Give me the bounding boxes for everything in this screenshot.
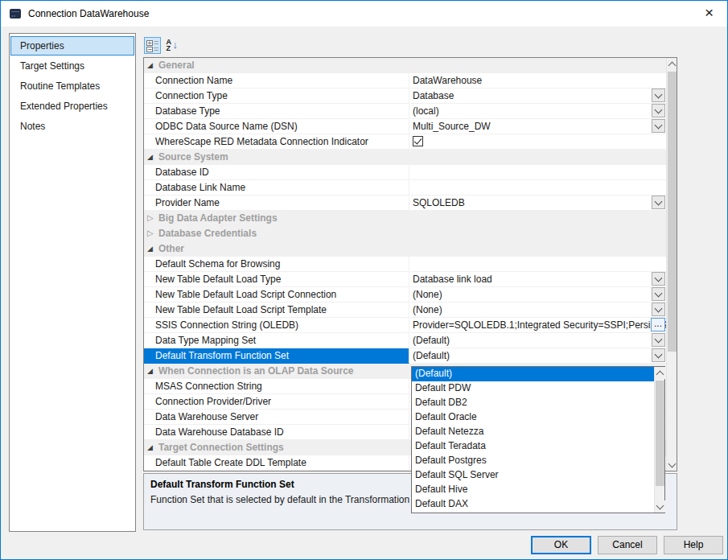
property-name[interactable]: Database ID bbox=[144, 165, 409, 180]
property-value[interactable]: DataWarehouse bbox=[410, 73, 666, 89]
checkbox[interactable] bbox=[413, 136, 423, 146]
combo-dropdown-button[interactable] bbox=[652, 333, 665, 347]
help-button[interactable]: Help bbox=[664, 536, 723, 554]
combo-dropdown-button[interactable] bbox=[652, 287, 665, 301]
combo-dropdown-button[interactable] bbox=[652, 104, 665, 117]
dropdown-item-default-dax[interactable]: Default DAX bbox=[412, 497, 654, 512]
property-row-provider-name[interactable]: Provider NameSQLOLEDB bbox=[144, 196, 666, 211]
property-name[interactable]: Connection Name bbox=[144, 73, 409, 89]
category-row-big-data-adapter-settings[interactable]: ▷Big Data Adapter Settings bbox=[144, 211, 666, 226]
property-row-new-table-default-load-type[interactable]: New Table Default Load TypeDatabase link… bbox=[144, 272, 666, 287]
dropdown-item-default-sql-server[interactable]: Default SQL Server bbox=[412, 468, 654, 483]
property-value[interactable]: Database link load bbox=[410, 272, 666, 287]
property-row-connection-name[interactable]: Connection NameDataWarehouse bbox=[144, 73, 666, 89]
combo-dropdown-button[interactable] bbox=[652, 272, 665, 286]
property-name[interactable]: Default Transform Function Set bbox=[144, 348, 409, 364]
dropdown-scrollbar-thumb[interactable] bbox=[656, 381, 664, 486]
scroll-up-icon[interactable] bbox=[667, 58, 677, 70]
property-value[interactable]: Database bbox=[410, 89, 666, 104]
property-value[interactable] bbox=[410, 134, 666, 150]
dropdown-scrollbar[interactable] bbox=[654, 367, 664, 513]
cancel-button[interactable]: Cancel bbox=[598, 536, 657, 554]
combo-dropdown-button[interactable] bbox=[652, 196, 665, 209]
property-value[interactable]: (Default) bbox=[410, 333, 666, 348]
property-name[interactable]: New Table Default Load Script Connection bbox=[144, 287, 409, 303]
property-value[interactable]: (None) bbox=[410, 303, 666, 318]
grid-scrollbar[interactable] bbox=[666, 58, 677, 471]
property-name[interactable]: SSIS Connection String (OLEDB) bbox=[144, 318, 409, 333]
scroll-down-icon[interactable] bbox=[667, 459, 677, 471]
dropdown-item-default-teradata[interactable]: Default Teradata bbox=[412, 439, 654, 454]
ok-button[interactable]: OK bbox=[531, 536, 591, 554]
dropdown-item-default-netezza[interactable]: Default Netezza bbox=[412, 425, 654, 439]
property-name[interactable]: Provider Name bbox=[144, 196, 409, 211]
combo-dropdown-button[interactable] bbox=[652, 303, 665, 316]
sidebar-item-target-settings[interactable]: Target Settings bbox=[10, 56, 134, 76]
property-value[interactable] bbox=[410, 180, 666, 196]
alphabetical-sort-icon[interactable]: A Z ↓ bbox=[164, 37, 181, 54]
property-row-new-table-default-load-script-connection[interactable]: New Table Default Load Script Connection… bbox=[144, 287, 666, 303]
property-name[interactable]: WhereScape RED Metadata Connection Indic… bbox=[144, 134, 409, 150]
expander-expanded-icon[interactable]: ◢ bbox=[147, 241, 157, 256]
dropdown-item-default-postgres[interactable]: Default Postgres bbox=[412, 454, 654, 468]
property-value[interactable] bbox=[410, 257, 666, 272]
property-name[interactable]: Database Link Name bbox=[144, 180, 409, 196]
dropdown-item-default-pdw[interactable]: Default PDW bbox=[412, 381, 654, 396]
property-row-data-type-mapping-set[interactable]: Data Type Mapping Set(Default) bbox=[144, 333, 666, 348]
category-row-other[interactable]: ◢Other bbox=[144, 241, 666, 257]
property-name[interactable]: Default Schema for Browsing bbox=[144, 257, 409, 272]
grid-scrollbar-thumb[interactable] bbox=[668, 72, 677, 352]
property-row-connection-type[interactable]: Connection TypeDatabase bbox=[144, 89, 666, 104]
property-name[interactable]: Connection Provider/Driver bbox=[144, 394, 409, 410]
dropdown-scroll-up-icon[interactable] bbox=[655, 367, 665, 379]
property-value[interactable]: (None) bbox=[410, 287, 666, 303]
category-row-database-credentials[interactable]: ▷Database Credentials bbox=[144, 226, 666, 241]
property-value[interactable]: SQLOLEDB bbox=[410, 196, 666, 211]
property-row-wherescape-red-metadata-connection-indicator[interactable]: WhereScape RED Metadata Connection Indic… bbox=[144, 134, 666, 150]
sidebar-item-notes[interactable]: Notes bbox=[10, 117, 134, 136]
property-row-default-schema-for-browsing[interactable]: Default Schema for Browsing bbox=[144, 257, 666, 272]
dropdown-item-default-db2[interactable]: Default DB2 bbox=[412, 396, 654, 410]
categorized-view-icon[interactable] bbox=[144, 37, 161, 54]
category-row-source-system[interactable]: ◢Source System bbox=[144, 150, 666, 165]
property-name[interactable]: MSAS Connection String bbox=[144, 379, 409, 394]
combo-dropdown-button[interactable] bbox=[652, 119, 665, 133]
property-value[interactable]: (local) bbox=[410, 104, 666, 119]
property-name[interactable]: Default Table Create DDL Template bbox=[144, 455, 409, 471]
combo-dropdown-button[interactable] bbox=[652, 89, 665, 102]
combo-dropdown-button[interactable] bbox=[652, 348, 665, 362]
property-name[interactable]: ODBC Data Source Name (DSN) bbox=[144, 119, 409, 134]
expander-expanded-icon[interactable]: ◢ bbox=[147, 58, 157, 72]
property-row-database-type[interactable]: Database Type(local) bbox=[144, 104, 666, 119]
dropdown-item-default[interactable]: (Default) bbox=[412, 367, 654, 381]
property-row-odbc-data-source-name-dsn[interactable]: ODBC Data Source Name (DSN)Multi_Source_… bbox=[144, 119, 666, 134]
property-name[interactable]: Database Type bbox=[144, 104, 409, 119]
property-value[interactable]: Provider=SQLOLEDB.1;Integrated Security=… bbox=[410, 318, 666, 333]
property-name[interactable]: Connection Type bbox=[144, 89, 409, 104]
property-name[interactable]: New Table Default Load Type bbox=[144, 272, 409, 287]
property-value[interactable]: (Default) bbox=[410, 348, 666, 364]
property-row-database-link-name[interactable]: Database Link Name bbox=[144, 180, 666, 196]
sidebar-item-extended-properties[interactable]: Extended Properties bbox=[10, 97, 134, 116]
expander-expanded-icon[interactable]: ◢ bbox=[147, 440, 157, 455]
property-row-ssis-connection-string-oledb[interactable]: SSIS Connection String (OLEDB)Provider=S… bbox=[144, 318, 666, 333]
sidebar-item-properties[interactable]: Properties bbox=[10, 36, 134, 56]
sidebar-item-routine-templates[interactable]: Routine Templates bbox=[10, 76, 134, 96]
property-row-default-transform-function-set[interactable]: Default Transform Function Set(Default) bbox=[144, 348, 666, 364]
property-name[interactable]: Data Warehouse Database ID bbox=[144, 425, 409, 440]
dropdown-item-default-hive[interactable]: Default Hive bbox=[412, 483, 654, 497]
expander-collapsed-icon[interactable]: ▷ bbox=[147, 226, 157, 241]
ellipsis-button[interactable]: ... bbox=[651, 318, 665, 331]
property-value[interactable]: Multi_Source_DW bbox=[410, 119, 666, 134]
dropdown-scroll-down-icon[interactable] bbox=[655, 500, 665, 513]
expander-expanded-icon[interactable]: ◢ bbox=[147, 364, 157, 378]
property-name[interactable]: Data Type Mapping Set bbox=[144, 333, 409, 348]
close-icon[interactable]: × bbox=[691, 1, 727, 26]
category-row-general[interactable]: ◢General bbox=[144, 58, 666, 73]
property-name[interactable]: Data Warehouse Server bbox=[144, 410, 409, 425]
expander-collapsed-icon[interactable]: ▷ bbox=[147, 211, 157, 225]
property-name[interactable]: New Table Default Load Script Template bbox=[144, 303, 409, 318]
expander-expanded-icon[interactable]: ◢ bbox=[147, 150, 157, 164]
property-value[interactable] bbox=[410, 165, 666, 180]
property-row-new-table-default-load-script-template[interactable]: New Table Default Load Script Template(N… bbox=[144, 303, 666, 318]
